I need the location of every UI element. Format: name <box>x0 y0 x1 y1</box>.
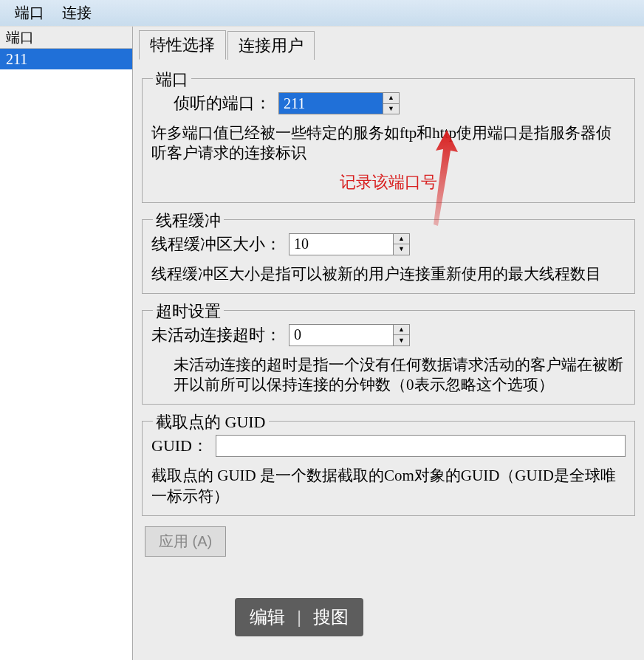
timeout-spinner-down[interactable]: ▼ <box>394 335 409 346</box>
buffer-spinner-up[interactable]: ▲ <box>394 234 409 245</box>
timeout-spinner-up[interactable]: ▲ <box>394 325 409 336</box>
fieldset-timeout: 超时设置 未活动连接超时： ▲ ▼ 未活动连接的超时是指一个没有任何数据请求活动… <box>142 310 635 405</box>
spinner-buffer[interactable]: ▲ ▼ <box>289 233 410 255</box>
desc-buffer: 线程缓冲区大小是指可以被新的用户连接重新使用的最大线程数目 <box>151 264 626 284</box>
sidebar-item-port[interactable]: 211 <box>0 49 132 69</box>
floating-toolbar: 编辑 | 搜图 <box>235 598 363 636</box>
spinner-port[interactable]: ▲ ▼ <box>278 92 400 114</box>
sidebar-header: 端口 <box>0 27 132 49</box>
desc-port: 许多端口值已经被一些特定的服务如ftp和http使用端口是指服务器侦听客户请求的… <box>151 123 626 164</box>
buffer-input[interactable] <box>290 234 393 255</box>
label-guid: GUID： <box>151 435 208 457</box>
menu-connect[interactable]: 连接 <box>53 0 100 26</box>
port-input[interactable] <box>279 93 383 114</box>
apply-button[interactable]: 应用 (A) <box>145 526 226 557</box>
guid-input[interactable] <box>216 435 626 457</box>
toolbar-edit[interactable]: 编辑 <box>250 605 285 629</box>
label-timeout: 未活动连接超时： <box>151 324 281 346</box>
menubar: 端口 连接 <box>0 0 644 27</box>
tab-users[interactable]: 连接用户 <box>227 31 315 60</box>
annotation-port: 记录该端口号 <box>151 171 626 193</box>
label-buffer-size: 线程缓冲区大小： <box>151 233 281 255</box>
buffer-spinner-down[interactable]: ▼ <box>394 244 409 255</box>
content-panel: 特性选择 连接用户 端口 侦听的端口： ▲ ▼ 许多端口值已经被一些特定的服务如… <box>133 27 644 660</box>
fieldset-guid: 截取点的 GUID GUID： 截取点的 GUID 是一个数据截取的Com对象的… <box>142 421 635 516</box>
legend-buffer: 线程缓冲 <box>153 210 224 232</box>
toolbar-search-image[interactable]: 搜图 <box>313 605 349 629</box>
fieldset-port: 端口 侦听的端口： ▲ ▼ 许多端口值已经被一些特定的服务如ftp和http使用… <box>142 78 635 203</box>
main-area: 端口 211 特性选择 连接用户 端口 侦听的端口： ▲ ▼ 许多端口值已经被一… <box>0 27 644 660</box>
legend-guid: 截取点的 GUID <box>153 411 269 433</box>
toolbar-divider: | <box>297 607 301 628</box>
spinner-timeout[interactable]: ▲ ▼ <box>289 324 410 346</box>
tab-row: 特性选择 连接用户 <box>139 32 638 59</box>
timeout-input[interactable] <box>290 325 393 346</box>
port-spinner-up[interactable]: ▲ <box>383 93 399 104</box>
tab-properties[interactable]: 特性选择 <box>139 30 226 60</box>
desc-timeout: 未活动连接的超时是指一个没有任何数据请求活动的客户端在被断开以前所可以保持连接的… <box>174 355 626 396</box>
legend-port: 端口 <box>153 69 191 91</box>
desc-guid: 截取点的 GUID 是一个数据截取的Com对象的GUID（GUID是全球唯一标示… <box>151 466 626 506</box>
sidebar: 端口 211 <box>0 27 133 660</box>
menu-port[interactable]: 端口 <box>6 0 53 26</box>
port-spinner-down[interactable]: ▼ <box>383 104 399 114</box>
fieldset-buffer: 线程缓冲 线程缓冲区大小： ▲ ▼ 线程缓冲区大小是指可以被新的用户连接重新使用… <box>142 219 635 294</box>
label-listen-port: 侦听的端口： <box>174 92 271 114</box>
legend-timeout: 超时设置 <box>153 300 224 323</box>
